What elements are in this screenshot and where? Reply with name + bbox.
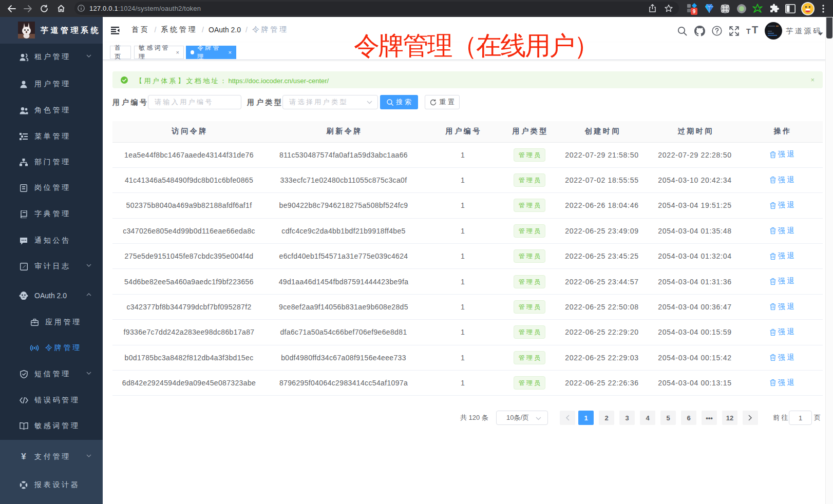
svg-text:9: 9 [693, 9, 696, 14]
